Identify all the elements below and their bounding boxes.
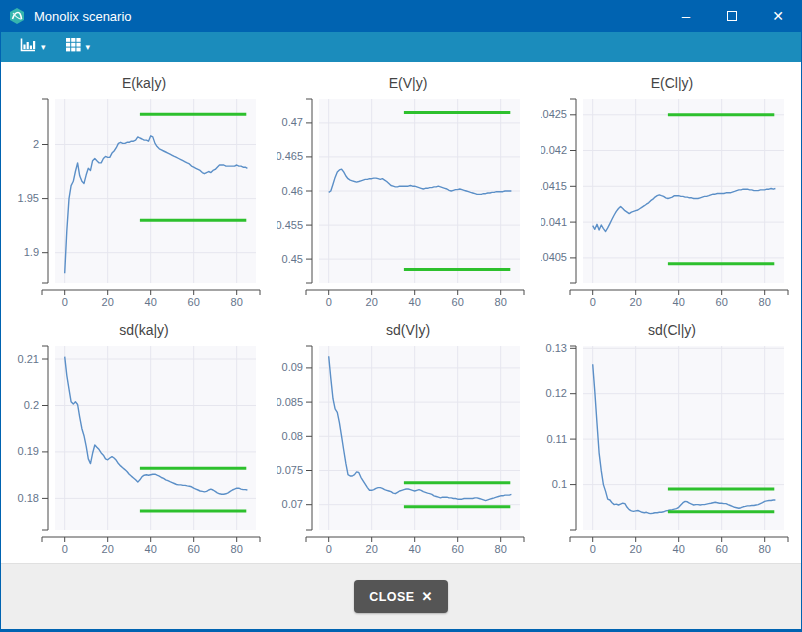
svg-text:0.075: 0.075 bbox=[277, 464, 303, 476]
chart-e-cl-y: E(Cl|y) 0.04050.0410.04150.0420.04250204… bbox=[533, 68, 797, 315]
svg-text:0.085: 0.085 bbox=[277, 395, 303, 407]
chart-e-v-y: E(V|y) 0.450.4550.460.4650.47020406080 bbox=[269, 68, 533, 315]
svg-text:40: 40 bbox=[409, 543, 421, 555]
plot-type-dropdown[interactable]: ▾ bbox=[13, 35, 53, 59]
chart-title: E(Cl|y) bbox=[651, 75, 694, 91]
svg-text:60: 60 bbox=[716, 296, 728, 308]
svg-text:0.465: 0.465 bbox=[277, 150, 303, 162]
svg-text:20: 20 bbox=[102, 296, 114, 308]
close-button[interactable]: CLOSE ✕ bbox=[354, 580, 447, 613]
chart-sd-ka-y: sd(ka|y) 0.180.190.20.21020406080 bbox=[5, 315, 269, 562]
svg-text:40: 40 bbox=[409, 296, 421, 308]
svg-text:0.042: 0.042 bbox=[541, 144, 567, 156]
svg-text:0: 0 bbox=[326, 543, 332, 555]
titlebar: Monolix scenario – ✕ bbox=[1, 0, 801, 32]
svg-text:20: 20 bbox=[366, 296, 378, 308]
chart-canvas-e-ka-y: 1.91.952020406080 bbox=[13, 91, 261, 309]
svg-text:0: 0 bbox=[326, 296, 332, 308]
grid-icon bbox=[66, 38, 81, 56]
svg-text:2: 2 bbox=[33, 138, 39, 150]
svg-text:0.18: 0.18 bbox=[18, 491, 39, 503]
svg-text:20: 20 bbox=[630, 296, 642, 308]
svg-text:0.45: 0.45 bbox=[282, 253, 303, 265]
chart-title: sd(Cl|y) bbox=[648, 322, 696, 338]
chart-title: sd(ka|y) bbox=[119, 322, 169, 338]
chart-canvas-e-v-y: 0.450.4550.460.4650.47020406080 bbox=[277, 91, 525, 309]
svg-text:80: 80 bbox=[759, 543, 771, 555]
svg-text:0.0425: 0.0425 bbox=[541, 108, 567, 120]
chart-canvas-e-cl-y: 0.04050.0410.04150.0420.0425020406080 bbox=[541, 91, 789, 309]
svg-text:0.0415: 0.0415 bbox=[541, 180, 567, 192]
close-x-icon: ✕ bbox=[421, 589, 432, 604]
svg-text:0.47: 0.47 bbox=[282, 116, 303, 128]
svg-text:80: 80 bbox=[231, 296, 243, 308]
toolbar: ▾ ▾ bbox=[1, 32, 801, 62]
svg-text:0.19: 0.19 bbox=[18, 445, 39, 457]
footer-bar: CLOSE ✕ bbox=[1, 563, 801, 629]
svg-text:0.46: 0.46 bbox=[282, 185, 303, 197]
svg-text:20: 20 bbox=[102, 543, 114, 555]
svg-text:60: 60 bbox=[188, 543, 200, 555]
svg-text:20: 20 bbox=[630, 543, 642, 555]
maximize-button[interactable] bbox=[709, 0, 755, 32]
svg-text:0.12: 0.12 bbox=[546, 387, 567, 399]
svg-text:0.11: 0.11 bbox=[546, 432, 567, 444]
svg-text:0.041: 0.041 bbox=[541, 216, 567, 228]
chart-sd-v-y: sd(V|y) 0.070.0750.080.0850.09020406080 bbox=[269, 315, 533, 562]
chart-e-ka-y: E(ka|y) 1.91.952020406080 bbox=[5, 68, 269, 315]
svg-text:60: 60 bbox=[716, 543, 728, 555]
svg-text:20: 20 bbox=[366, 543, 378, 555]
chart-canvas-sd-cl-y: 0.10.110.120.13020406080 bbox=[541, 338, 789, 556]
monolix-scenario-window: Monolix scenario – ✕ ▾ bbox=[0, 0, 802, 632]
svg-text:0: 0 bbox=[590, 296, 596, 308]
svg-text:40: 40 bbox=[673, 543, 685, 555]
chart-title: E(V|y) bbox=[389, 75, 428, 91]
svg-text:60: 60 bbox=[188, 296, 200, 308]
svg-text:40: 40 bbox=[673, 296, 685, 308]
svg-text:80: 80 bbox=[495, 543, 507, 555]
svg-text:80: 80 bbox=[231, 543, 243, 555]
close-window-button[interactable]: ✕ bbox=[755, 0, 801, 32]
svg-text:80: 80 bbox=[759, 296, 771, 308]
bar-chart-icon bbox=[20, 38, 36, 56]
svg-text:0: 0 bbox=[62, 543, 68, 555]
minimize-button[interactable]: – bbox=[663, 0, 709, 32]
close-button-label: CLOSE bbox=[369, 590, 414, 604]
svg-text:0.1: 0.1 bbox=[552, 478, 567, 490]
chevron-down-icon: ▾ bbox=[41, 43, 46, 52]
svg-text:0: 0 bbox=[590, 543, 596, 555]
svg-text:0.08: 0.08 bbox=[282, 429, 303, 441]
chevron-down-icon: ▾ bbox=[86, 43, 91, 52]
svg-text:40: 40 bbox=[145, 296, 157, 308]
window-title: Monolix scenario bbox=[34, 9, 663, 24]
chart-canvas-sd-v-y: 0.070.0750.080.0850.09020406080 bbox=[277, 338, 525, 556]
svg-text:0: 0 bbox=[62, 296, 68, 308]
chart-canvas-sd-ka-y: 0.180.190.20.21020406080 bbox=[13, 338, 261, 556]
monolix-logo-icon bbox=[8, 7, 26, 25]
svg-text:0.455: 0.455 bbox=[277, 219, 303, 231]
svg-text:1.9: 1.9 bbox=[24, 246, 39, 258]
svg-text:40: 40 bbox=[145, 543, 157, 555]
svg-text:0.2: 0.2 bbox=[24, 399, 39, 411]
svg-text:0.0405: 0.0405 bbox=[541, 251, 567, 263]
svg-text:0.09: 0.09 bbox=[282, 361, 303, 373]
chart-sd-cl-y: sd(Cl|y) 0.10.110.120.13020406080 bbox=[533, 315, 797, 562]
svg-text:0.13: 0.13 bbox=[546, 341, 567, 353]
chart-title: sd(V|y) bbox=[386, 322, 430, 338]
chart-title: E(ka|y) bbox=[122, 75, 166, 91]
svg-text:1.95: 1.95 bbox=[18, 192, 39, 204]
svg-text:80: 80 bbox=[495, 296, 507, 308]
svg-text:60: 60 bbox=[452, 296, 464, 308]
grid-layout-dropdown[interactable]: ▾ bbox=[59, 35, 98, 59]
svg-text:0.21: 0.21 bbox=[18, 352, 39, 364]
svg-text:0.07: 0.07 bbox=[282, 498, 303, 510]
charts-panel: E(ka|y) 1.91.952020406080 E(V|y) 0.450.4… bbox=[1, 62, 801, 563]
maximize-icon bbox=[727, 11, 737, 21]
svg-text:60: 60 bbox=[452, 543, 464, 555]
